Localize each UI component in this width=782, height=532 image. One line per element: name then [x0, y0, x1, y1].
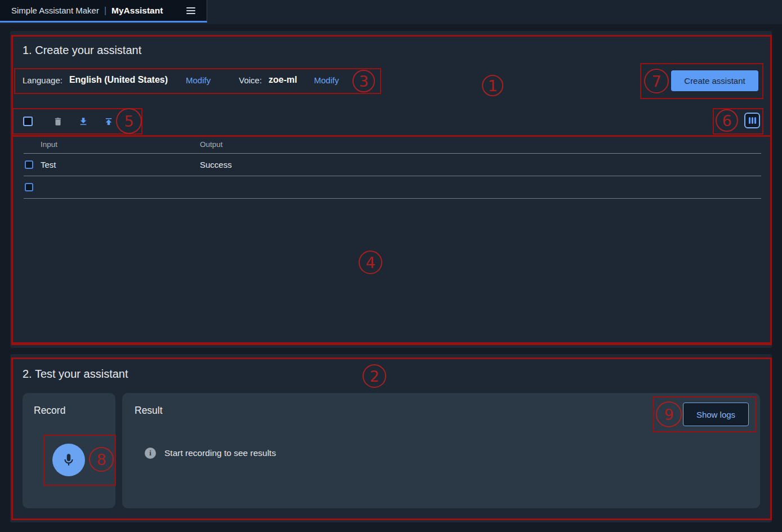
upload-button[interactable]: [104, 117, 114, 127]
test-assistant-section: 2. Test your assistant Record Result Sho…: [10, 354, 772, 522]
trash-icon: [53, 117, 63, 127]
app-tab[interactable]: Simple Assistant Maker | MyAssistant: [0, 0, 207, 23]
create-assistant-button[interactable]: Create assistant: [671, 70, 758, 91]
cell-input[interactable]: Test: [41, 160, 200, 169]
hamburger-icon[interactable]: [184, 5, 198, 16]
language-label: Language:: [23, 75, 62, 85]
empty-state-text: Start recording to see results: [164, 448, 276, 458]
delete-button[interactable]: [53, 117, 63, 127]
row-checkbox[interactable]: [25, 160, 33, 169]
title-separator: |: [104, 6, 106, 16]
result-title: Result: [135, 405, 163, 417]
microphone-icon: [61, 453, 76, 467]
create-section-heading: 1. Create your assistant: [23, 44, 141, 57]
result-empty-state: i Start recording to see results: [145, 448, 276, 459]
columns-icon: [749, 117, 750, 124]
upload-icon: [104, 117, 114, 127]
language-value: English (United States): [69, 75, 168, 85]
table-row[interactable]: [24, 176, 761, 199]
modify-language-link[interactable]: Modify: [186, 75, 211, 85]
table-toolbar: [10, 108, 772, 135]
columns-view-button[interactable]: [744, 113, 760, 128]
record-button[interactable]: [52, 444, 85, 476]
assistant-name: MyAssistant: [111, 6, 163, 16]
table-row[interactable]: Test Success: [24, 154, 761, 176]
title-bar: Simple Assistant Maker | MyAssistant: [0, 0, 782, 24]
cell-output: Success: [200, 160, 232, 169]
show-logs-button[interactable]: Show logs: [683, 403, 749, 426]
select-all-checkbox[interactable]: [23, 117, 33, 126]
create-assistant-section: 1. Create your assistant Language: Engli…: [10, 31, 772, 348]
modify-voice-link[interactable]: Modify: [314, 75, 339, 85]
column-header-output: Output: [200, 140, 223, 149]
voice-label: Voice:: [239, 75, 262, 85]
record-card: Record: [23, 393, 115, 508]
column-header-input: Input: [41, 140, 200, 149]
result-card: Result Show logs i Start recording to se…: [122, 393, 760, 508]
app-window: Simple Assistant Maker | MyAssistant 1. …: [0, 0, 782, 532]
examples-table: Input Output Test Success: [24, 135, 761, 199]
row-checkbox[interactable]: [25, 183, 33, 191]
download-button[interactable]: [78, 117, 88, 127]
info-icon: i: [145, 448, 156, 459]
voice-value: zoe-ml: [269, 75, 297, 85]
assistant-config-row: Language: English (United States) Modify…: [23, 66, 339, 93]
app-title: Simple Assistant Maker: [11, 6, 99, 15]
test-section-heading: 2. Test your assistant: [23, 368, 128, 381]
record-title: Record: [34, 405, 65, 417]
download-icon: [78, 117, 88, 127]
table-header: Input Output: [24, 135, 761, 154]
